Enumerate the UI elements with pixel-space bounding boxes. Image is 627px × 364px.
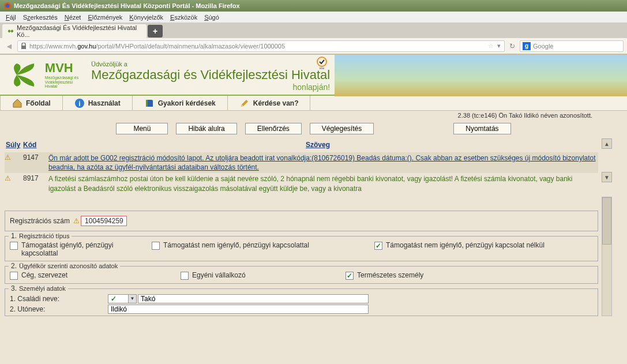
message-code: 9147 (23, 153, 48, 162)
chevron-down-icon: ▼ (128, 295, 136, 303)
welcome-small: Üdvözöljük a (91, 61, 330, 67)
logo-leaf-icon (8, 61, 43, 89)
menu-elozmenyek[interactable]: Előzmények (88, 14, 122, 21)
bookmark-star-icon[interactable]: ☆ (488, 42, 494, 50)
checkbox-client-entrepreneur[interactable] (181, 272, 189, 280)
info-icon: i (74, 98, 85, 108)
reg-number-label: Regisztrációs szám (10, 217, 70, 225)
print-button[interactable]: Nyomtatás (453, 123, 510, 134)
checkbox-label: Támogatást nem igénylő, pénzügyi kapcsol… (386, 241, 545, 249)
message-code: 8917 (23, 174, 48, 182)
checkbox-reg-type-3[interactable] (374, 242, 382, 250)
warning-icon: ⚠ (73, 217, 80, 225)
nav-faq[interactable]: Gyakori kérdések (133, 96, 228, 110)
menu-fajl[interactable]: Fájl (6, 14, 16, 21)
finalize-button[interactable]: Véglegesítés (310, 123, 374, 134)
nav-question[interactable]: Kérdése van? (228, 96, 311, 110)
check-button[interactable]: Ellenőrzés (245, 123, 302, 134)
scroll-down-button[interactable]: ▼ (602, 172, 612, 182)
page-content: MVH Mezőgazdasági és Vidékfejlesztési Hi… (0, 54, 627, 316)
message-row[interactable]: ⚠ 8917 A fizetési számlaszámhoz postai ú… (5, 173, 598, 194)
reg-number-input[interactable]: 1004594259 (81, 216, 127, 226)
search-box[interactable]: g Google (520, 40, 624, 52)
menu-eszkozok[interactable]: Eszközök (170, 14, 197, 21)
window-title: Mezőgazdasági És Vidékfejlesztési Hivata… (14, 2, 240, 9)
window-titlebar: Mezőgazdasági És Vidékfejlesztési Hivata… (0, 0, 627, 12)
section-personal-data: 3.Személyi adatok 1. Családi neve: ▼ 2. … (5, 288, 598, 316)
form-scrollbar[interactable] (602, 197, 612, 316)
welcome-block: SGS Üdvözöljük a Mezőgazdasági és Vidékf… (87, 55, 335, 95)
nav-home[interactable]: Főoldal (0, 96, 63, 110)
menu-button[interactable]: Menü (116, 123, 168, 134)
menu-nezet[interactable]: Nézet (65, 14, 81, 21)
first-name-input[interactable] (108, 305, 369, 314)
warning-icon: ⚠ (5, 174, 13, 182)
message-text: A fizetési számlaszámhoz postai úton be … (48, 174, 598, 193)
url-input[interactable]: https://www.mvh.gov.hu/portal/MVHPortal/… (17, 40, 505, 52)
checkbox-reg-type-2[interactable] (152, 242, 160, 250)
svg-point-1 (6, 4, 10, 8)
message-text[interactable]: Ön már adott be G002 regisztráció módosí… (48, 153, 598, 172)
family-name-label: 1. Családi neve: (10, 295, 108, 303)
logo-text-sub3: Hivatal (45, 84, 78, 89)
book-icon (144, 98, 155, 108)
sgs-badge-icon: SGS (315, 56, 329, 70)
menu-szerkesztes[interactable]: Szerkesztés (23, 14, 58, 21)
menu-sugo[interactable]: Súgó (204, 14, 219, 21)
google-icon: g (523, 42, 531, 50)
checkbox-client-natural-person[interactable] (346, 272, 354, 280)
svg-point-3 (317, 57, 326, 66)
messages-panel: ▲ ▼ Súly Kód Szöveg ⚠ 9147 Ön már adott … (0, 137, 627, 197)
checkbox-label: Támogatást nem igénylő, pénzügyi kapcsol… (163, 241, 309, 249)
warning-icon: ⚠ (5, 153, 13, 162)
title-dropdown[interactable]: ▼ (108, 294, 137, 303)
checkbox-label: Természetes személy (357, 271, 423, 279)
checkbox-client-company[interactable] (10, 272, 18, 280)
tab-bar: Mezőgazdasági És Vidékfejlesztési Hivata… (0, 23, 627, 38)
status-line: 2.38 (tc:e146) Ön Takó Ildikó néven azon… (0, 111, 627, 120)
lock-icon (20, 43, 27, 50)
logo-text-main: MVH (45, 61, 78, 76)
nav-usage[interactable]: i Használat (63, 96, 133, 110)
firefox-icon (3, 2, 12, 10)
tab-favicon-icon (7, 27, 14, 35)
site-navbar: Főoldal i Használat Gyakori kérdések Kér… (0, 96, 627, 111)
checkbox-reg-type-1[interactable] (10, 242, 18, 250)
errors-down-button[interactable]: Hibák alulra (176, 123, 236, 134)
family-name-input[interactable] (138, 294, 369, 303)
messages-header: Súly Kód Szöveg (5, 140, 598, 152)
section-registration-type: 1.Regisztráció típus Támogatást igénylő,… (5, 236, 598, 261)
site-header: MVH Mezőgazdasági és Vidékfejlesztési Hi… (0, 54, 627, 96)
browser-menubar[interactable]: Fájl Szerkesztés Nézet Előzmények Könyvj… (0, 12, 627, 23)
new-tab-button[interactable]: + (148, 25, 163, 37)
logo[interactable]: MVH Mezőgazdasági és Vidékfejlesztési Hi… (0, 55, 87, 95)
first-name-label: 2. Utóneve: (10, 305, 108, 313)
svg-rect-2 (21, 46, 26, 49)
col-suly[interactable]: Súly (6, 141, 23, 149)
search-placeholder: Google (533, 43, 553, 50)
message-row[interactable]: ⚠ 9147 Ön már adott be G002 regisztráció… (5, 152, 598, 173)
pencil-icon (239, 98, 250, 108)
header-image (335, 55, 627, 95)
url-text: https://www.mvh.gov.hu/portal/MVHPortal/… (29, 43, 486, 50)
col-kod[interactable]: Kód (23, 141, 48, 149)
col-szoveg[interactable]: Szöveg (306, 141, 330, 149)
back-button[interactable]: ◄ (3, 40, 15, 52)
checkbox-label: Egyéni vállalkozó (192, 271, 246, 279)
logo-text-sub2: Vidékfejlesztési (45, 80, 78, 85)
reload-button[interactable]: ↻ (509, 42, 515, 50)
url-dropdown-icon[interactable]: ▾ (497, 42, 501, 50)
form-area: Regisztrációs szám ⚠ 1004594259 1.Regisz… (0, 197, 627, 316)
svg-text:SGS: SGS (320, 67, 325, 70)
logo-text-sub1: Mezőgazdasági és (45, 76, 78, 80)
menu-konyvjelzok[interactable]: Könyvjelzők (129, 14, 163, 21)
action-toolbar: Menü Hibák alulra Ellenőrzés Véglegesíté… (0, 120, 627, 137)
svg-rect-7 (146, 100, 148, 107)
checkbox-label: Cég, szervezet (21, 271, 67, 279)
welcome-big: Mezőgazdasági és Vidékfejlesztési Hivata… (91, 67, 330, 82)
browser-tab[interactable]: Mezőgazdasági És Vidékfejlesztési Hivata… (2, 24, 147, 38)
svg-text:i: i (78, 100, 80, 108)
scroll-up-button[interactable]: ▲ (602, 138, 612, 149)
registration-number-box: Regisztrációs szám ⚠ 1004594259 (5, 211, 598, 231)
tab-title: Mezőgazdasági És Vidékfejlesztési Hivata… (17, 24, 142, 38)
